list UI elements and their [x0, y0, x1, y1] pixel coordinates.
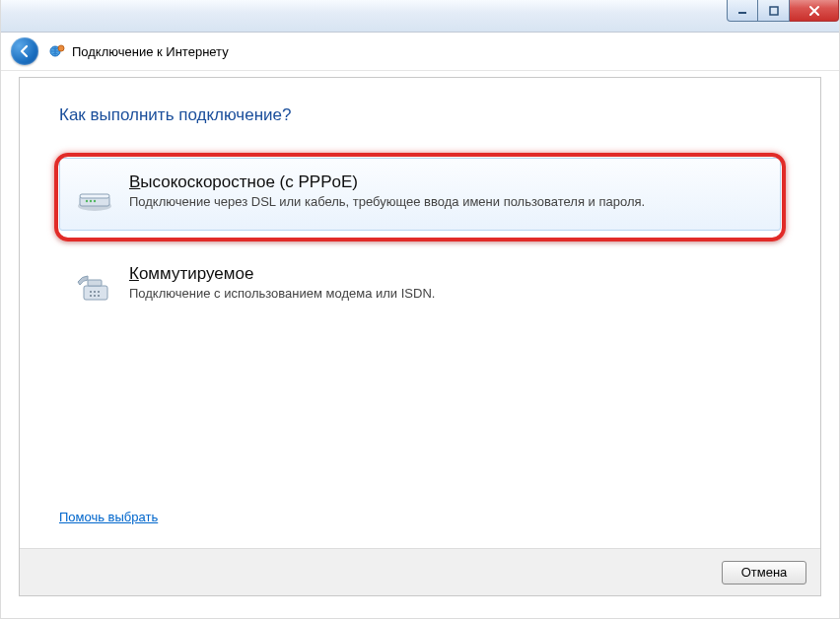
options-list: Высокоскоростное (с PPPoE) Подключение ч… [59, 153, 781, 322]
back-button[interactable] [11, 37, 38, 65]
svg-rect-0 [738, 12, 746, 14]
option-pppoe-desc: Подключение через DSL или кабель, требую… [129, 194, 764, 209]
svg-point-7 [86, 200, 88, 202]
option-dialup-text: Коммутируемое Подключение с использовани… [129, 264, 764, 308]
option-pppoe-text: Высокоскоростное (с PPPoE) Подключение ч… [129, 172, 764, 216]
globe-icon [48, 42, 66, 60]
page-heading: Как выполнить подключение? [59, 105, 781, 125]
option-highlight: Высокоскоростное (с PPPoE) Подключение ч… [54, 153, 786, 241]
modem-icon [74, 174, 115, 216]
option-pppoe[interactable]: Высокоскоростное (с PPPoE) Подключение ч… [59, 158, 781, 231]
option-dialup[interactable]: Коммутируемое Подключение с использовани… [59, 249, 781, 322]
svg-point-8 [90, 200, 92, 202]
window-buttons [727, 0, 839, 22]
footer: Отмена [20, 548, 820, 595]
svg-rect-10 [84, 286, 107, 300]
svg-point-13 [94, 291, 96, 293]
svg-point-9 [94, 200, 96, 202]
maximize-button[interactable] [758, 0, 790, 22]
titlebar [1, 0, 839, 33]
close-button[interactable] [790, 0, 839, 22]
svg-rect-11 [88, 280, 102, 286]
help-link[interactable]: Помочь выбрать [59, 510, 158, 524]
wizard-title: Подключение к Интернету [72, 44, 229, 59]
wizard-panel: Как выполнить подключение? [19, 77, 821, 596]
svg-point-16 [94, 295, 96, 297]
svg-point-17 [98, 295, 100, 297]
svg-rect-1 [770, 7, 778, 15]
minimize-button[interactable] [727, 0, 758, 22]
content-area: Как выполнить подключение? [20, 78, 820, 322]
svg-point-14 [98, 291, 100, 293]
option-dialup-desc: Подключение с использованием модема или … [129, 286, 764, 301]
svg-rect-6 [80, 194, 109, 198]
option-pppoe-title: Высокоскоростное (с PPPoE) [129, 172, 764, 192]
cancel-button[interactable]: Отмена [722, 561, 806, 585]
phone-modem-icon [74, 266, 115, 308]
wizard-header: Подключение к Интернету [1, 33, 839, 71]
svg-point-3 [58, 45, 64, 51]
option-dialup-title: Коммутируемое [129, 264, 764, 284]
svg-point-15 [90, 295, 92, 297]
svg-point-12 [90, 291, 92, 293]
